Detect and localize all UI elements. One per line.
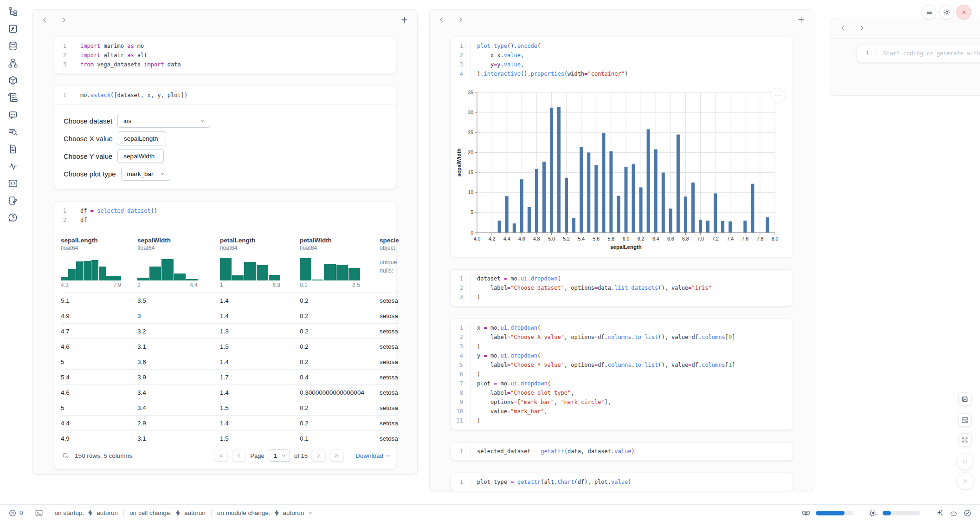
table-column-petalLength[interactable]: petalLengthfloat6416.9 (220, 237, 300, 293)
cell-plot[interactable]: 1plot_type().encode(2 x=x.value,3 y=y.va… (451, 37, 793, 257)
terminal-button[interactable] (35, 509, 43, 517)
code-line[interactable]: 1plot_type().encode( (451, 41, 793, 51)
last-page-button[interactable] (330, 449, 344, 462)
code-text[interactable]: mo.vstack([dataset, x, y, plot]) (74, 91, 396, 100)
code-text[interactable]: plot_type().encode( (471, 41, 793, 51)
table-column-sepalLength[interactable]: sepalLengthfloat644.37.9 (61, 237, 137, 293)
search-icon[interactable] (62, 452, 69, 459)
code-text[interactable]: label="Choose Y value", options=df.colum… (471, 360, 793, 370)
save-button[interactable] (958, 392, 972, 406)
table-row[interactable]: 4.93.11.50.1setosa (61, 430, 399, 446)
code-text[interactable]: label="Choose X value", options=df.colum… (471, 332, 793, 342)
code-text[interactable]: value="mark_bar", (471, 407, 793, 416)
first-page-button[interactable] (214, 449, 228, 462)
list-search-icon[interactable] (8, 127, 18, 137)
table-row[interactable]: 53.41.50.2setosa (61, 400, 399, 415)
next-page-button[interactable] (312, 449, 326, 462)
y-select[interactable]: sepalWidth (117, 149, 164, 163)
dependency-graph-icon[interactable] (8, 58, 18, 68)
code-line[interactable]: 10 value="mark_bar", (451, 407, 793, 416)
code-line[interactable]: 3) (451, 342, 793, 351)
document-icon[interactable] (8, 144, 18, 154)
add-cell-button[interactable] (400, 15, 409, 24)
code-text[interactable]: Start coding or generate with (877, 49, 980, 58)
code-line[interactable]: 1df = selected_dataset() (54, 206, 396, 215)
on-startup-setting[interactable]: on startup: autorun (55, 509, 118, 516)
code-text[interactable]: ) (471, 370, 793, 379)
add-cell-button[interactable] (797, 15, 806, 24)
code-text[interactable]: ) (471, 293, 793, 302)
code-line[interactable]: 2import altair as alt (54, 51, 396, 60)
code-line[interactable]: 7plot = mo.ui.dropdown( (451, 379, 793, 388)
cell-selected-dataset[interactable]: 1selected_dataset = getattr(data, datase… (451, 442, 793, 461)
table-row[interactable]: 4.931.40.2setosa (61, 308, 399, 323)
run-button[interactable] (956, 472, 974, 490)
notebook-pen-icon[interactable] (8, 195, 18, 206)
copilot-icon[interactable] (949, 509, 958, 517)
fold-chevron-icon[interactable] (464, 354, 468, 358)
fold-chevron-icon[interactable] (464, 277, 468, 281)
connection-status-icon[interactable] (963, 509, 972, 517)
file-tree-icon[interactable] (8, 7, 18, 17)
dataset-select[interactable]: iris (117, 114, 210, 128)
chevron-right-icon[interactable] (858, 25, 865, 32)
fold-chevron-icon[interactable] (464, 382, 468, 386)
page-select[interactable]: 1 (269, 449, 290, 462)
code-line[interactable]: 1selected_dataset = getattr(data, datase… (451, 447, 793, 456)
code-text[interactable]: import altair as alt (74, 51, 396, 60)
table-column-petalWidth[interactable]: petalWidthfloat640.12.5 (300, 237, 380, 293)
code-text[interactable]: label="Choose dataset", options=data.lis… (471, 283, 793, 293)
code-line[interactable]: 8 label="Choose plot type", (451, 388, 793, 397)
layout-toggle-button[interactable] (958, 413, 972, 427)
code-line[interactable]: 1import marimo as mo (54, 41, 396, 51)
chevron-left-icon[interactable] (41, 16, 48, 23)
code-line[interactable]: 2df (54, 215, 396, 225)
code-text[interactable]: x=x.value, (471, 51, 793, 60)
code-line[interactable]: 1Start coding or generate with (857, 49, 980, 58)
code-text[interactable]: df (74, 215, 396, 225)
fold-chevron-icon[interactable] (464, 326, 468, 330)
chevron-right-icon[interactable] (60, 16, 67, 23)
cell-dataset-dropdown[interactable]: 1dataset = mo.ui.dropdown(2 label="Choos… (451, 269, 793, 306)
code-line[interactable]: 3from vega_datasets import data (54, 60, 396, 69)
code-text[interactable]: options=["mark_bar", "mark_circle"], (471, 397, 793, 407)
shutdown-button[interactable] (956, 5, 971, 20)
cell-plot-type[interactable]: 1plot_type = getattr(alt.Chart(df), plot… (451, 473, 793, 491)
chevron-right-icon[interactable] (457, 16, 464, 23)
code-text[interactable]: label="Choose plot type", (471, 388, 793, 397)
altair-bar-chart[interactable]: 4.04.24.44.64.85.05.25.45.65.86.06.26.46… (455, 88, 790, 253)
errors-indicator[interactable]: 0 (8, 509, 23, 517)
activity-icon[interactable] (8, 161, 18, 171)
code-line[interactable]: 11) (451, 416, 793, 425)
code-text[interactable]: ).interactive().properties(width="contai… (471, 69, 793, 78)
table-row[interactable]: 5.13.51.40.2setosa (61, 293, 399, 308)
code-text[interactable]: import marimo as mo (74, 41, 396, 51)
code-text[interactable]: ) (471, 342, 793, 351)
scroll-icon[interactable] (8, 92, 18, 103)
cell-xy-plot-dropdowns[interactable]: 1x = mo.ui.dropdown(2 label="Choose X va… (451, 319, 793, 430)
code-line[interactable]: 3) (451, 293, 793, 302)
package-icon[interactable] (8, 75, 18, 85)
code-line[interactable]: 1mo.vstack([dataset, x, y, plot]) (54, 91, 396, 100)
stop-button[interactable] (956, 453, 974, 470)
table-row[interactable]: 4.63.11.50.2setosa (61, 339, 399, 354)
code-text[interactable]: y = mo.ui.dropdown( (471, 351, 793, 360)
chevron-left-icon[interactable] (438, 16, 445, 23)
prev-page-button[interactable] (232, 449, 246, 462)
chat-bot-icon[interactable] (8, 110, 18, 120)
code-line[interactable]: 5 label="Choose Y value", options=df.col… (451, 360, 793, 370)
code-line[interactable]: 2 x=x.value, (451, 51, 793, 60)
chart-menu-button[interactable] (770, 88, 785, 103)
code-text[interactable]: y=y.value, (471, 60, 793, 69)
function-icon[interactable] (8, 24, 18, 34)
keyboard-shortcuts-button[interactable] (958, 433, 972, 447)
table-column-sepalWidth[interactable]: sepalWidthfloat6424.4 (137, 237, 220, 293)
download-button[interactable]: Download (355, 452, 391, 459)
code-text[interactable]: ) (471, 416, 793, 425)
code-text[interactable]: plot = mo.ui.dropdown( (471, 379, 793, 388)
cell-dataframe[interactable]: 1df = selected_dataset()2df sepalLengthf… (54, 202, 396, 469)
code-line[interactable]: 4).interactive().properties(width="conta… (451, 69, 793, 78)
code-text[interactable]: df = selected_dataset() (74, 206, 396, 215)
code-text[interactable]: dataset = mo.ui.dropdown( (471, 274, 793, 283)
cell-imports[interactable]: 1import marimo as mo2import altair as al… (54, 37, 396, 74)
